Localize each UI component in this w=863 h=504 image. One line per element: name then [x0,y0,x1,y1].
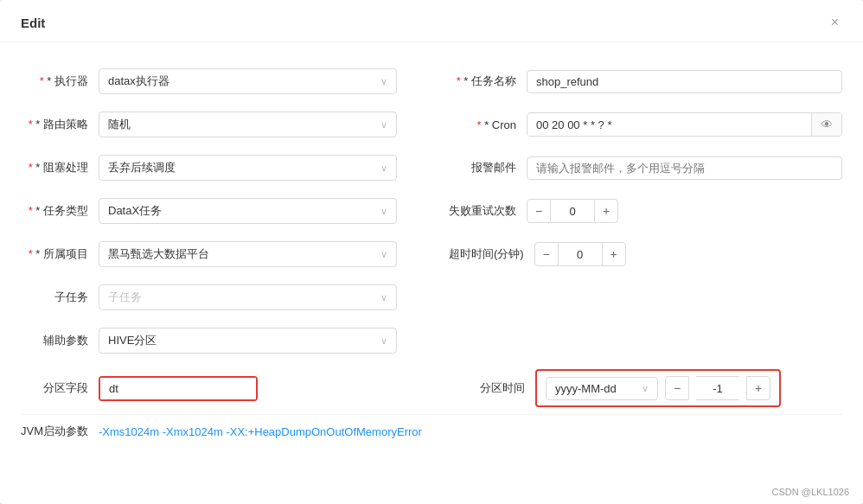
aux-select[interactable]: HIVE分区 ∨ [99,328,397,354]
task-name-label: * 任务名称 [449,73,527,89]
task-name-control [527,70,842,93]
jvm-row: JVM启动参数 -Xms1024m -Xmx1024m -XX:+HeapDum… [21,414,842,448]
partition-time-wrapper: yyyy-MM-dd ∨ − -1 + [535,369,781,407]
retry-control: − 0 + [527,199,842,223]
task-type-row: * 任务类型 DataX任务 ∨ [21,189,432,233]
dialog-header: Edit × [0,0,863,42]
project-label: * 所属项目 [21,246,99,262]
partition-time-format-select[interactable]: yyyy-MM-dd ∨ [546,377,658,400]
task-type-arrow-icon: ∨ [380,206,387,217]
route-value: 随机 [108,117,131,132]
cron-wrapper: 👁 [527,112,842,137]
route-control: 随机 ∨ [99,112,397,137]
partition-field-label: 分区字段 [21,380,99,396]
partition-time-section: 分区时间 yyyy-MM-dd ∨ − -1 + [440,369,842,407]
dialog-body: * 执行器 datax执行器 ∨ * 任务名称 * 路由策略 [0,42,863,456]
dialog-title: Edit [21,16,45,30]
timeout-minus-button[interactable]: − [534,242,559,266]
timeout-value: 0 [559,242,602,266]
partition-time-format-arrow-icon: ∨ [642,383,649,394]
project-control: 黑马甄选大数据平台 ∨ [99,241,397,267]
task-type-label: * 任务类型 [21,203,99,219]
subtask-select[interactable]: 子任务 ∨ [99,284,397,310]
block-select[interactable]: 丢弃后续调度 ∨ [99,155,397,181]
cron-row: * Cron 👁 [432,103,842,146]
retry-row: 失败重试次数 − 0 + [432,189,842,233]
project-row: * 所属项目 黑马甄选大数据平台 ∨ [21,233,432,276]
retry-value: 0 [551,199,594,223]
task-name-row: * 任务名称 [432,60,842,103]
jvm-label: JVM启动参数 [21,424,99,439]
retry-minus-button[interactable]: − [527,199,551,223]
executor-row: * 执行器 datax执行器 ∨ [21,60,432,103]
executor-arrow-icon: ∨ [380,76,387,87]
partition-field-section: 分区字段 [21,376,440,401]
executor-control: datax执行器 ∨ [99,68,397,94]
aux-arrow-icon: ∨ [380,335,387,347]
form-grid: * 执行器 datax执行器 ∨ * 任务名称 * 路由策略 [21,60,842,362]
email-input[interactable] [527,156,842,180]
subtask-control: 子任务 ∨ [99,284,397,310]
aux-label: 辅助参数 [21,333,99,348]
email-control [527,156,842,180]
timeout-plus-button[interactable]: + [602,242,626,266]
aux-row: 辅助参数 HIVE分区 ∨ [21,319,432,362]
partition-field-input[interactable] [100,378,256,399]
cron-eye-button[interactable]: 👁 [811,113,841,136]
partition-time-minus-button[interactable]: − [665,376,689,400]
timeout-label: 超时时间(分钟) [449,246,534,262]
task-name-input[interactable] [527,70,842,93]
block-arrow-icon: ∨ [380,163,387,174]
executor-label: * 执行器 [21,73,99,89]
task-type-control: DataX任务 ∨ [99,198,397,224]
task-type-value: DataX任务 [108,203,162,219]
subtask-arrow-icon: ∨ [380,292,387,303]
aux-value: HIVE分区 [108,333,157,348]
route-arrow-icon: ∨ [380,119,387,131]
cron-control: 👁 [527,112,842,137]
route-label: * 路由策略 [21,117,99,132]
cron-label: * Cron [449,118,527,131]
task-type-select[interactable]: DataX任务 ∨ [99,198,397,224]
partition-time-plus-button[interactable]: + [746,376,770,400]
aux-control: HIVE分区 ∨ [99,328,397,354]
cron-input[interactable] [527,114,811,136]
empty-row-6 [432,276,842,319]
subtask-label: 子任务 [21,290,99,305]
timeout-row: 超时时间(分钟) − 0 + [432,233,842,276]
route-select[interactable]: 随机 ∨ [99,112,397,137]
jvm-value: -Xms1024m -Xmx1024m -XX:+HeapDumpOnOutOf… [99,425,422,438]
email-label: 报警邮件 [449,160,527,175]
project-select[interactable]: 黑马甄选大数据平台 ∨ [99,241,397,267]
retry-plus-button[interactable]: + [594,199,618,223]
email-row: 报警邮件 [432,146,842,189]
partition-time-value: -1 [696,376,739,400]
partition-field-wrapper [99,376,258,401]
retry-label: 失败重试次数 [449,203,527,219]
project-arrow-icon: ∨ [380,249,387,260]
block-label: * 阻塞处理 [21,160,99,175]
retry-number-control: − 0 + [527,199,842,223]
empty-row-7 [432,319,842,362]
timeout-number-control: − 0 + [534,242,842,266]
executor-select[interactable]: datax执行器 ∨ [99,68,397,94]
subtask-placeholder: 子任务 [108,290,142,305]
project-value: 黑马甄选大数据平台 [108,246,209,262]
block-value: 丢弃后续调度 [108,160,176,175]
route-row: * 路由策略 随机 ∨ [21,103,432,146]
partition-time-label: 分区时间 [457,380,535,396]
watermark: CSDN @LKL1026 [772,487,849,497]
close-button[interactable]: × [828,14,842,31]
edit-dialog: Edit × * 执行器 datax执行器 ∨ * 任务名称 [0,0,863,504]
subtask-row: 子任务 子任务 ∨ [21,276,432,319]
partition-row: 分区字段 分区时间 yyyy-MM-dd ∨ − -1 + [21,362,842,414]
block-control: 丢弃后续调度 ∨ [99,155,397,181]
executor-value: datax执行器 [108,73,169,89]
timeout-control: − 0 + [534,242,842,266]
eye-icon: 👁 [821,118,833,131]
block-row: * 阻塞处理 丢弃后续调度 ∨ [21,146,432,189]
partition-time-format-value: yyyy-MM-dd [555,382,617,395]
